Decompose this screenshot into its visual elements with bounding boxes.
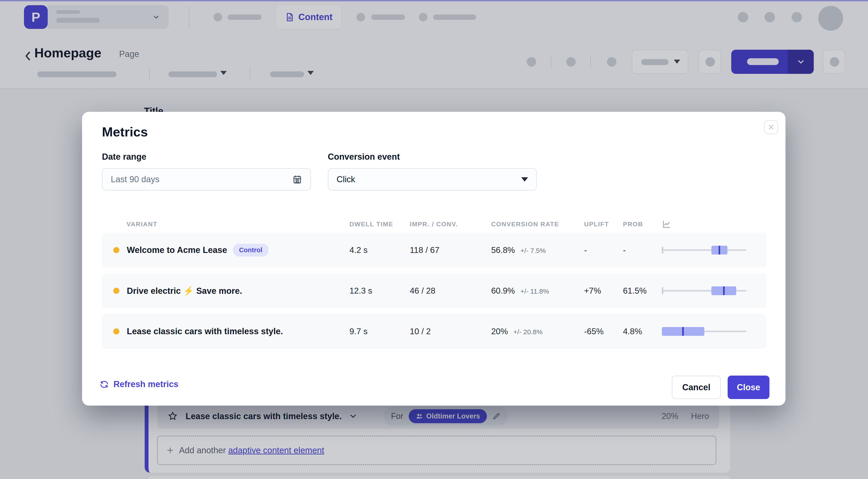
conversion-rate: 56.8% xyxy=(491,245,515,255)
refresh-metrics-label: Refresh metrics xyxy=(114,379,178,389)
conversion-event-field: Conversion event Click xyxy=(328,152,537,191)
variant-status-dot xyxy=(113,247,119,253)
date-range-value: Last 90 days xyxy=(111,175,292,184)
conversion-event-select[interactable]: Click xyxy=(328,168,537,191)
col-conv: CONVERSION RATE xyxy=(491,220,584,228)
impressions-conversions: 118 / 67 xyxy=(410,245,491,255)
date-range-label: Date range xyxy=(102,152,311,162)
probability-boxplot xyxy=(662,233,746,268)
uplift: - xyxy=(584,245,623,255)
date-range-input[interactable]: Last 90 days xyxy=(102,168,311,191)
app-screen: P Content Homepage Page xyxy=(0,0,868,479)
refresh-metrics-button[interactable]: Refresh metrics xyxy=(99,379,178,389)
uplift: -65% xyxy=(584,327,623,336)
table-row: Lease classic cars with timeless style. … xyxy=(102,314,767,349)
dwell-time: 12.3 s xyxy=(349,286,410,296)
conversion-rate: 20% xyxy=(491,327,508,336)
chart-column-icon xyxy=(662,219,767,229)
col-impr: IMPR. / CONV. xyxy=(410,220,491,228)
conversion-ci: +/- 11.8% xyxy=(520,287,549,295)
metrics-table-body: Welcome to Acme Lease Control 4.2 s 118 … xyxy=(102,233,767,354)
metrics-table-header: VARIANT DWELL TIME IMPR. / CONV. CONVERS… xyxy=(102,219,767,229)
variant-name: Welcome to Acme Lease xyxy=(127,245,227,255)
table-row: Welcome to Acme Lease Control 4.2 s 118 … xyxy=(102,233,767,268)
variant-name: Drive electric ⚡ Save more. xyxy=(127,286,242,296)
close-icon xyxy=(767,123,775,131)
col-variant: VARIANT xyxy=(102,220,349,228)
conversion-ci: +/- 7.5% xyxy=(520,247,546,254)
control-badge: Control xyxy=(233,244,269,256)
impressions-conversions: 46 / 28 xyxy=(410,286,491,296)
metrics-modal: Metrics Date range Last 90 days Conversi… xyxy=(82,112,785,406)
col-uplift: UPLIFT xyxy=(584,220,623,228)
lightning-icon: ⚡ xyxy=(183,286,194,296)
variant-name: Lease classic cars with timeless style. xyxy=(127,327,283,336)
dwell-time: 4.2 s xyxy=(349,245,410,255)
modal-close-button[interactable] xyxy=(764,120,778,134)
col-dwell: DWELL TIME xyxy=(349,220,410,228)
probability-boxplot xyxy=(662,314,746,349)
col-prob: PROB xyxy=(623,220,662,228)
table-row: Drive electric ⚡ Save more. 12.3 s 46 / … xyxy=(102,273,767,308)
variant-status-dot xyxy=(113,329,119,335)
calendar-icon xyxy=(292,174,302,184)
impressions-conversions: 10 / 2 xyxy=(410,327,491,336)
date-range-field: Date range Last 90 days xyxy=(102,152,311,191)
conversion-event-value: Click xyxy=(337,175,521,184)
probability: 61.5% xyxy=(623,286,662,296)
conversion-ci: +/- 20.8% xyxy=(513,328,542,336)
probability: - xyxy=(623,245,662,255)
modal-title: Metrics xyxy=(102,124,148,139)
dwell-time: 9.7 s xyxy=(349,327,410,336)
probability: 4.8% xyxy=(623,327,662,336)
conversion-event-label: Conversion event xyxy=(328,152,537,162)
uplift: +7% xyxy=(584,286,623,296)
close-button[interactable]: Close xyxy=(727,376,770,399)
select-caret-icon xyxy=(521,177,528,181)
conversion-rate: 60.9% xyxy=(491,286,515,296)
probability-boxplot xyxy=(662,273,746,308)
variant-status-dot xyxy=(113,288,119,294)
cancel-button[interactable]: Cancel xyxy=(672,376,721,399)
refresh-icon xyxy=(99,380,109,389)
